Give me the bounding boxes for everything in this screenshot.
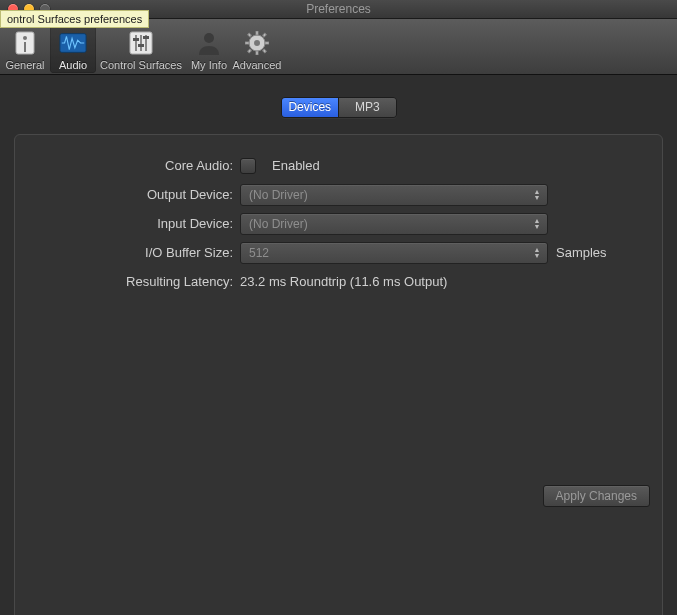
svg-rect-18 xyxy=(248,33,252,37)
input-device-select[interactable]: (No Driver) ▲▼ xyxy=(240,213,548,235)
tooltip: ontrol Surfaces preferences xyxy=(0,10,149,28)
svg-point-1 xyxy=(23,36,27,40)
person-icon xyxy=(195,29,223,57)
tab-control-surfaces-label: Control Surfaces xyxy=(100,59,182,71)
gear-icon xyxy=(243,29,271,57)
input-device-value: (No Driver) xyxy=(249,217,308,231)
chevron-up-down-icon: ▲▼ xyxy=(530,216,544,232)
tab-my-info-label: My Info xyxy=(191,59,227,71)
buffer-unit: Samples xyxy=(556,245,607,260)
tab-advanced-label: Advanced xyxy=(233,59,282,71)
latency-value: 23.2 ms Roundtrip (11.6 ms Output) xyxy=(240,274,447,289)
buffer-size-value: 512 xyxy=(249,246,269,260)
chevron-up-down-icon: ▲▼ xyxy=(530,187,544,203)
chevron-up-down-icon: ▲▼ xyxy=(530,245,544,261)
content-area: Devices MP3 Core Audio: Enabled Output D… xyxy=(0,75,677,615)
tab-my-info[interactable]: My Info xyxy=(186,19,232,73)
svg-rect-16 xyxy=(245,42,249,44)
svg-rect-20 xyxy=(248,49,252,53)
subtab-devices[interactable]: Devices xyxy=(282,98,339,117)
enabled-label: Enabled xyxy=(272,158,320,173)
svg-rect-19 xyxy=(263,33,267,37)
input-device-label: Input Device: xyxy=(15,216,240,231)
core-audio-checkbox[interactable] xyxy=(240,158,256,174)
subtab-mp3[interactable]: MP3 xyxy=(338,98,396,117)
audio-icon xyxy=(59,29,87,57)
tab-audio-label: Audio xyxy=(59,59,87,71)
sub-tabs: Devices MP3 xyxy=(281,97,397,118)
tab-general-label: General xyxy=(5,59,44,71)
core-audio-label: Core Audio: xyxy=(15,158,240,173)
tab-advanced[interactable]: Advanced xyxy=(234,19,280,73)
svg-rect-21 xyxy=(263,49,267,53)
svg-rect-9 xyxy=(138,44,144,47)
buffer-size-select[interactable]: 512 ▲▼ xyxy=(240,242,548,264)
svg-rect-10 xyxy=(143,36,149,39)
sliders-icon xyxy=(127,29,155,57)
svg-rect-6 xyxy=(140,35,142,51)
apply-changes-button[interactable]: Apply Changes xyxy=(543,485,650,507)
svg-rect-17 xyxy=(265,42,269,44)
buffer-size-label: I/O Buffer Size: xyxy=(15,245,240,260)
general-icon xyxy=(11,29,39,57)
output-device-value: (No Driver) xyxy=(249,188,308,202)
svg-rect-14 xyxy=(256,31,258,35)
latency-label: Resulting Latency: xyxy=(15,274,240,289)
svg-rect-8 xyxy=(133,38,139,41)
svg-rect-2 xyxy=(24,42,26,52)
output-device-select[interactable]: (No Driver) ▲▼ xyxy=(240,184,548,206)
svg-point-13 xyxy=(254,40,260,46)
svg-point-11 xyxy=(204,33,214,43)
audio-devices-panel: Core Audio: Enabled Output Device: (No D… xyxy=(14,134,663,615)
svg-rect-5 xyxy=(135,35,137,51)
output-device-label: Output Device: xyxy=(15,187,240,202)
svg-rect-15 xyxy=(256,51,258,55)
